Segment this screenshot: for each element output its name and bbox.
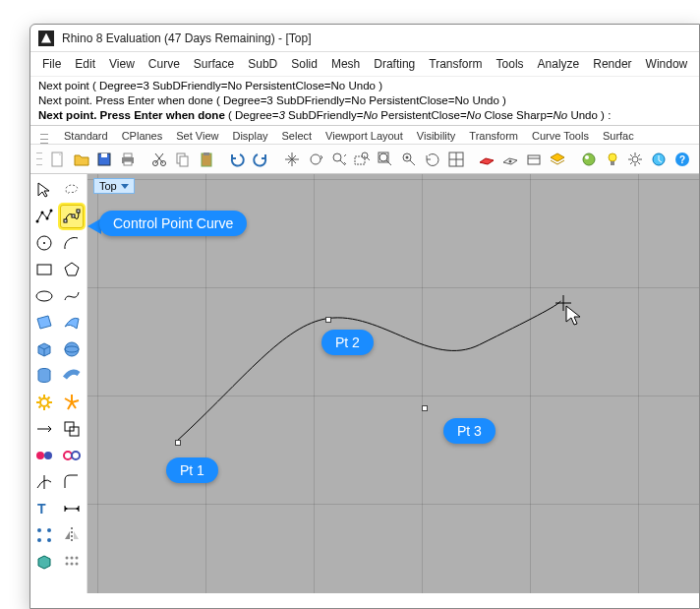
join-icon[interactable]	[32, 444, 56, 467]
bulb-icon[interactable]	[602, 149, 623, 170]
menu-curve[interactable]: Curve	[143, 55, 186, 73]
split-icon[interactable]	[60, 444, 84, 467]
mirror-icon[interactable]	[60, 523, 84, 547]
lasso-icon[interactable]	[60, 178, 84, 202]
menu-drafting[interactable]: Drafting	[368, 55, 421, 73]
menu-mesh[interactable]: Mesh	[325, 55, 366, 73]
properties-icon[interactable]	[648, 149, 670, 170]
toolbar-grip[interactable]	[36, 151, 42, 168]
surface-corner-icon[interactable]	[32, 311, 56, 335]
pointer-icon[interactable]	[32, 178, 56, 202]
tab-surface-tools[interactable]: Surfac	[603, 130, 634, 144]
box-icon[interactable]	[32, 337, 56, 361]
fillet-icon[interactable]	[60, 470, 84, 494]
control-point-1[interactable]	[175, 440, 181, 446]
menu-edit[interactable]: Edit	[69, 55, 101, 73]
tab-viewport-layout[interactable]: Viewport Layout	[325, 130, 403, 144]
save-file-icon[interactable]	[94, 149, 116, 170]
tab-transform[interactable]: Transform	[469, 130, 518, 144]
cmd-sdf[interactable]: No	[363, 109, 378, 121]
polygon-icon[interactable]	[60, 258, 84, 281]
circle-icon[interactable]	[32, 231, 56, 255]
menu-subd[interactable]: SubD	[242, 55, 283, 73]
layers-icon[interactable]	[547, 149, 568, 170]
polyline-icon[interactable]	[32, 205, 56, 228]
svg-point-23	[583, 153, 595, 165]
trim-icon[interactable]	[32, 470, 56, 494]
tab-standard[interactable]: Standard	[64, 130, 108, 144]
control-point-3[interactable]	[422, 405, 428, 411]
explode-icon[interactable]	[60, 391, 84, 414]
svg-point-21	[509, 159, 512, 162]
undo-view-icon[interactable]	[422, 149, 443, 170]
copy-icon[interactable]	[172, 149, 194, 170]
copy-object-icon[interactable]	[60, 417, 84, 441]
zoom-window-icon[interactable]	[352, 149, 374, 170]
redo-icon[interactable]	[250, 149, 271, 170]
zoom-extents-icon[interactable]	[375, 149, 396, 170]
grip-handle-icon[interactable]	[60, 550, 84, 574]
viewport-top[interactable]: /* grid drawn below via JS for brevity *…	[88, 174, 699, 593]
sphere-icon[interactable]	[60, 337, 84, 361]
svg-rect-11	[204, 152, 209, 155]
tab-cplanes[interactable]: CPlanes	[122, 130, 163, 144]
array-icon[interactable]	[32, 523, 56, 547]
viewport-label[interactable]: Top	[93, 178, 135, 194]
tab-grip[interactable]	[40, 134, 48, 144]
cmd-prompt[interactable]: Next point. Press Enter when done ( Degr…	[38, 108, 691, 123]
pipe-icon[interactable]	[60, 364, 84, 388]
cmd-line-1: Next point ( Degree=3 SubDFriendly=No Pe…	[38, 79, 691, 93]
menu-solid[interactable]: Solid	[285, 55, 323, 73]
four-viewports-icon[interactable]	[445, 149, 467, 170]
zoom-selected-icon[interactable]	[398, 149, 420, 170]
render-icon[interactable]	[578, 149, 600, 170]
cylinder-icon[interactable]	[32, 364, 56, 388]
menu-tools[interactable]: Tools	[491, 55, 530, 73]
help-icon[interactable]: ?	[671, 149, 693, 170]
menu-help[interactable]: Hel	[695, 55, 700, 73]
rotate-view-icon[interactable]	[305, 149, 326, 170]
menu-analyze[interactable]: Analyze	[532, 55, 586, 73]
cut-icon[interactable]	[148, 149, 170, 170]
svg-point-31	[36, 220, 39, 223]
open-file-icon[interactable]	[71, 149, 92, 170]
gear-icon[interactable]	[32, 391, 56, 414]
menu-file[interactable]: File	[36, 55, 67, 73]
paste-icon[interactable]	[196, 149, 217, 170]
tab-visibility[interactable]: Visibility	[417, 130, 456, 144]
undo-icon[interactable]	[227, 149, 249, 170]
move-icon[interactable]	[32, 417, 56, 441]
arc-icon[interactable]	[60, 231, 84, 255]
zoom-dynamic-icon[interactable]	[328, 149, 350, 170]
options-icon[interactable]	[624, 149, 646, 170]
svg-rect-9	[180, 156, 188, 166]
new-file-icon[interactable]	[47, 149, 69, 170]
cmd-sh[interactable]: No	[554, 109, 568, 121]
tab-setview[interactable]: Set View	[176, 130, 218, 144]
menu-view[interactable]: View	[103, 55, 141, 73]
control-point-2[interactable]	[325, 317, 331, 323]
free-curve-icon[interactable]	[60, 284, 84, 308]
menu-transform[interactable]: Transform	[423, 55, 488, 73]
control-point-curve-icon[interactable]	[60, 205, 84, 228]
tab-display[interactable]: Display	[232, 130, 267, 144]
menu-window[interactable]: Window	[640, 55, 694, 73]
print-icon[interactable]	[117, 149, 139, 170]
ellipse-icon[interactable]	[32, 284, 56, 308]
pan-icon[interactable]	[281, 149, 303, 170]
menu-surface[interactable]: Surface	[188, 55, 240, 73]
viewport-dropdown-icon[interactable]	[121, 184, 129, 189]
rectangle-icon[interactable]	[32, 258, 56, 281]
set-cplane-icon[interactable]	[499, 149, 521, 170]
named-cplane-icon[interactable]	[523, 149, 545, 170]
cplane-icon[interactable]	[477, 149, 498, 170]
text-icon[interactable]: T	[32, 497, 56, 520]
cmd-pc[interactable]: No	[467, 109, 482, 121]
menu-render[interactable]: Render	[587, 55, 637, 73]
subd-box-icon[interactable]	[32, 550, 56, 574]
svg-rect-36	[72, 214, 75, 217]
tab-curve-tools[interactable]: Curve Tools	[532, 130, 589, 144]
surface-edge-icon[interactable]	[60, 311, 84, 335]
dimension-icon[interactable]	[60, 497, 84, 520]
tab-select[interactable]: Select	[282, 130, 313, 144]
